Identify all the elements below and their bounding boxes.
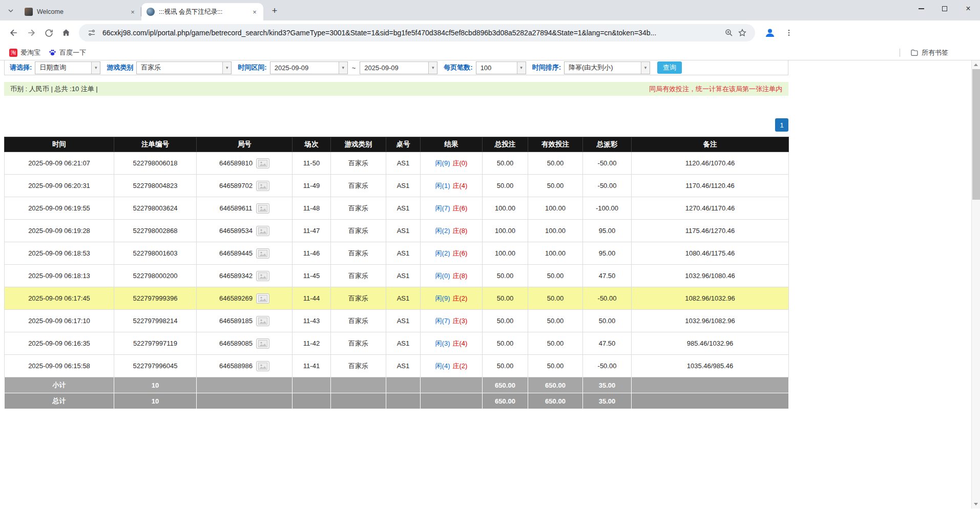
all-bookmarks-button[interactable]: 所有书签 [906, 47, 952, 59]
game-type-select[interactable]: 百家乐 ▾ [136, 61, 232, 74]
browser-menu-icon[interactable] [782, 26, 796, 40]
cell-session: 11-41 [293, 355, 331, 377]
cell-payout: -50.00 [583, 287, 632, 310]
date-from-select[interactable]: 2025-09-09 ▾ [270, 61, 348, 74]
close-icon[interactable]: × [128, 7, 137, 16]
cell-time: 2025-09-09 06:19:55 [5, 197, 114, 220]
close-window-button[interactable]: × [956, 0, 980, 17]
cell-total-bet[interactable]: 50.00 [483, 175, 528, 197]
scroll-down-arrow[interactable] [972, 500, 980, 508]
cell-total-bet[interactable]: 50.00 [483, 310, 528, 332]
result-image-icon[interactable] [256, 316, 269, 326]
cell-result: 闲(7)庄(3) [421, 310, 483, 332]
per-page-select[interactable]: 100 ▾ [476, 61, 526, 74]
cell-total-bet[interactable]: 50.00 [483, 355, 528, 377]
result-image-icon[interactable] [256, 226, 269, 236]
result-image-icon[interactable] [256, 338, 269, 349]
cell-total-bet[interactable]: 100.00 [483, 220, 528, 242]
date-to-select[interactable]: 2025-09-09 ▾ [360, 61, 437, 74]
minimize-button[interactable] [909, 0, 933, 17]
sort-select[interactable]: 降幂(由大到小) ▾ [564, 61, 650, 74]
result-player: 闲(3) [435, 340, 450, 347]
chevron-down-icon[interactable]: ▾ [517, 62, 526, 74]
result-image-icon[interactable] [256, 158, 269, 168]
cell-total-bet[interactable]: 50.00 [483, 332, 528, 355]
baidu-paw-icon [49, 49, 56, 56]
round-number: 646589702 [219, 182, 253, 189]
total-label: 总计 [5, 393, 114, 409]
sort-label: 时间排序: [532, 63, 561, 72]
chevron-down-icon[interactable]: ▾ [641, 62, 650, 74]
scrollbar-thumb[interactable] [972, 69, 980, 200]
bookmark-label: 百度一下 [59, 48, 86, 57]
site-info-icon[interactable] [85, 26, 98, 39]
query-type-select[interactable]: 日期查询 ▾ [35, 61, 100, 74]
game-type-label: 游戏类别 [107, 63, 133, 72]
cell-payout: -50.00 [583, 355, 632, 377]
result-image-icon[interactable] [256, 361, 269, 371]
chevron-down-icon[interactable]: ▾ [339, 62, 347, 74]
zoom-icon[interactable] [722, 26, 736, 39]
cell-round-no: 646589342 [197, 265, 293, 287]
cell-result: 闲(2)庄(6) [421, 242, 483, 265]
cell-bet-no: 522798004823 [114, 175, 197, 197]
cell-table-no: AS1 [386, 265, 421, 287]
cell-bet-no: 522798003624 [114, 197, 197, 220]
close-icon[interactable]: × [250, 7, 259, 16]
result-image-icon[interactable] [256, 271, 269, 281]
maximize-button[interactable] [933, 0, 956, 17]
chevron-down-icon[interactable] [4, 4, 17, 17]
result-player: 闲(1) [435, 182, 450, 189]
cell-time: 2025-09-09 06:15:58 [5, 355, 114, 377]
maximize-icon [942, 6, 947, 11]
cell-valid-bet: 50.00 [528, 355, 583, 377]
result-image-icon[interactable] [256, 248, 269, 259]
home-button[interactable] [57, 24, 75, 41]
cell-table-no: AS1 [386, 332, 421, 355]
result-image-icon[interactable] [256, 181, 269, 191]
cell-valid-bet: 100.00 [528, 220, 583, 242]
result-banker: 庄(6) [453, 204, 468, 212]
search-button[interactable]: 查询 [657, 61, 682, 74]
subtotal-total-bet: 650.00 [483, 377, 528, 393]
forward-button[interactable] [23, 24, 40, 41]
header-table-no: 桌号 [386, 137, 421, 152]
profile-avatar[interactable] [762, 25, 778, 40]
cell-total-bet[interactable]: 50.00 [483, 265, 528, 287]
cell-session: 11-48 [293, 197, 331, 220]
page-1-button[interactable]: 1 [775, 118, 788, 132]
cell-total-bet[interactable]: 50.00 [483, 287, 528, 310]
cell-total-bet[interactable]: 100.00 [483, 197, 528, 220]
round-number: 646589185 [219, 317, 253, 325]
scroll-up-arrow[interactable] [972, 60, 980, 69]
cell-total-bet[interactable]: 100.00 [483, 242, 528, 265]
address-bar[interactable]: 66cxkj98.com/ipl/portal.php/game/betreco… [79, 24, 755, 41]
chevron-down-icon[interactable]: ▾ [222, 62, 231, 74]
cell-bet-no: 522798001603 [114, 242, 197, 265]
bookmark-aitaobao[interactable]: 淘 爱淘宝 [5, 47, 45, 59]
empty-cell [293, 393, 331, 409]
cell-time: 2025-09-09 06:17:45 [5, 287, 114, 310]
tab-welcome[interactable]: Welcome × [19, 3, 141, 20]
reload-button[interactable] [40, 24, 57, 41]
table-row: 2025-09-09 06:15:58 522797996045 6465889… [5, 355, 789, 377]
new-tab-button[interactable]: + [267, 4, 282, 18]
bookmark-star-icon[interactable] [736, 26, 749, 39]
bookmark-baidu[interactable]: 百度一下 [45, 47, 90, 59]
result-image-icon[interactable] [256, 203, 269, 214]
back-button[interactable] [5, 24, 23, 41]
vertical-scrollbar[interactable] [971, 60, 980, 508]
cell-result: 闲(9)庄(2) [421, 287, 483, 310]
result-image-icon[interactable] [256, 293, 269, 304]
chevron-down-icon[interactable]: ▾ [428, 62, 437, 74]
result-player: 闲(2) [435, 249, 450, 257]
divider [900, 49, 900, 57]
cell-bet-no: 522797999396 [114, 287, 197, 310]
tab-bet-record[interactable]: :::视讯 会员下注纪录::: × [141, 3, 263, 20]
cell-payout: 95.00 [583, 242, 632, 265]
cell-note: 1032.96/1082.96 [632, 310, 789, 332]
cell-total-bet[interactable]: 50.00 [483, 152, 528, 175]
empty-cell [632, 377, 789, 393]
chevron-down-icon[interactable]: ▾ [91, 62, 100, 74]
round-number: 646589534 [219, 227, 253, 235]
